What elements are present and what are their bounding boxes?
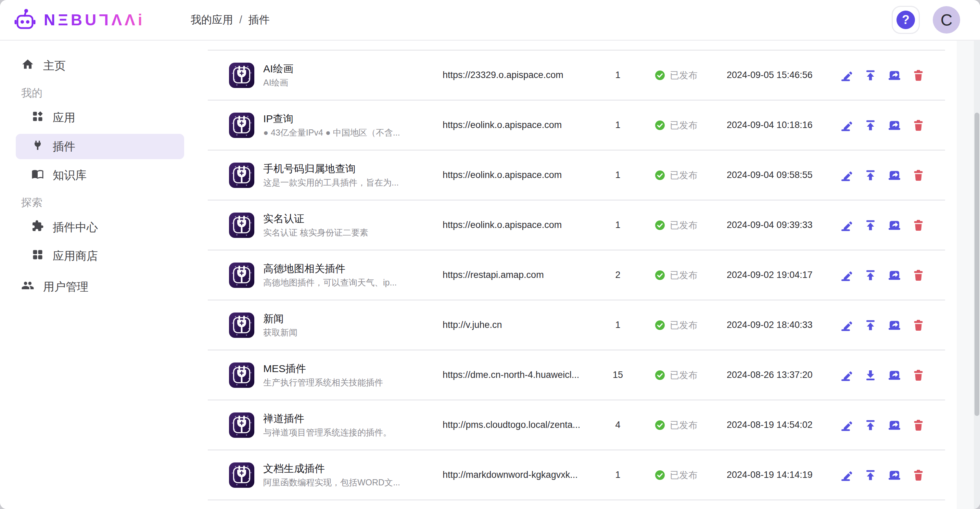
- status-label: 已发布: [670, 369, 698, 381]
- delete-button[interactable]: [909, 66, 928, 85]
- avatar[interactable]: C: [933, 6, 960, 33]
- publish-button[interactable]: [861, 166, 880, 185]
- table-row: IP查询 ● 43亿全量IPv4 ● 中国地区（不含... https://eo…: [208, 101, 945, 151]
- publish-button[interactable]: [861, 116, 880, 135]
- plugin-name: 实名认证: [263, 212, 434, 226]
- sidebar-item-home[interactable]: 主页: [16, 53, 184, 78]
- plugin-name: 手机号码归属地查询: [263, 162, 434, 176]
- plugin-text: MES插件 生产执行管理系统相关技能插件: [263, 362, 434, 388]
- delete-button[interactable]: [909, 366, 928, 385]
- publish-time: 2024-09-02 19:04:17: [727, 270, 837, 280]
- pencil-icon: [840, 118, 853, 132]
- upload-icon: [864, 418, 877, 432]
- trash-icon: [912, 218, 925, 232]
- pencil-icon: [840, 218, 853, 232]
- users-icon: [21, 279, 34, 295]
- status-badge: 已发布: [655, 369, 727, 381]
- published-check-icon: [655, 170, 665, 180]
- sidebar-item-knowledge-base[interactable]: 知识库: [16, 162, 184, 188]
- published-check-icon: [655, 320, 665, 330]
- plugin-description: ● 43亿全量IPv4 ● 中国地区（不含...: [263, 127, 434, 138]
- sidebar-item-label: 插件中心: [53, 220, 98, 235]
- share-button[interactable]: [885, 415, 904, 435]
- sidebar-item-app-store[interactable]: 应用商店: [16, 243, 184, 269]
- table-row: 文档生成插件 阿里函数编程实现，包括WORD文... http://markdo…: [208, 450, 945, 501]
- status-badge: 已发布: [655, 419, 727, 431]
- share-button[interactable]: [885, 216, 904, 235]
- delete-button[interactable]: [909, 266, 928, 285]
- share-screen-icon: [888, 169, 901, 182]
- sidebar-item-apps[interactable]: 应用: [16, 105, 184, 130]
- share-button[interactable]: [885, 166, 904, 185]
- edit-button[interactable]: [837, 266, 856, 285]
- publish-button[interactable]: [861, 415, 880, 435]
- plugin-text: 手机号码归属地查询 这是一款实用的工具插件，旨在为...: [263, 162, 434, 188]
- brand-wordmark: NΞBULΛΛi: [44, 11, 145, 29]
- publish-time: 2024-08-19 14:54:02: [727, 420, 837, 430]
- delete-button[interactable]: [909, 216, 928, 235]
- share-button[interactable]: [885, 66, 904, 85]
- plugin-text: 新闻 获取新闻: [263, 312, 434, 338]
- scrollbar-thumb[interactable]: [975, 113, 979, 416]
- edit-button[interactable]: [837, 116, 856, 135]
- scrollbar[interactable]: [974, 41, 980, 509]
- book-icon: [32, 168, 44, 183]
- publish-button[interactable]: [861, 266, 880, 285]
- publish-button[interactable]: [861, 316, 880, 335]
- plugin-url: https://eolink.o.apispace.com: [442, 220, 602, 231]
- status-label: 已发布: [670, 69, 698, 81]
- edit-button[interactable]: [837, 366, 856, 385]
- plugin-icon: [229, 63, 255, 88]
- delete-button[interactable]: [909, 466, 928, 485]
- plugin-description: 高德地图插件，可以查询天气、ip...: [263, 277, 434, 288]
- table-row: 禅道插件 与禅道项目管理系统连接的插件。 http://pms.cloudtog…: [208, 401, 945, 450]
- sidebar-item-label: 用户管理: [43, 279, 88, 295]
- sidebar-item-label: 主页: [43, 58, 66, 73]
- trash-icon: [912, 169, 925, 182]
- edit-button[interactable]: [837, 316, 856, 335]
- share-button[interactable]: [885, 316, 904, 335]
- share-button[interactable]: [885, 266, 904, 285]
- delete-button[interactable]: [909, 166, 928, 185]
- status-badge: 已发布: [655, 269, 727, 282]
- sidebar: 主页 我的 应用: [0, 41, 191, 509]
- plugin-url: https://23329.o.apispace.com: [442, 70, 602, 80]
- status-label: 已发布: [670, 119, 698, 132]
- sidebar-item-user-management[interactable]: 用户管理: [16, 274, 184, 299]
- breadcrumb-parent[interactable]: 我的应用: [191, 13, 233, 27]
- published-check-icon: [655, 470, 665, 480]
- edit-button[interactable]: [837, 466, 856, 485]
- sidebar-item-plugins[interactable]: 插件: [16, 134, 184, 159]
- plugin-text: 实名认证 实名认证 核实身份证二要素: [263, 212, 434, 238]
- edit-button[interactable]: [837, 66, 856, 85]
- edit-button[interactable]: [837, 415, 856, 435]
- publish-button[interactable]: [861, 66, 880, 85]
- help-button[interactable]: ?: [892, 6, 920, 34]
- share-button[interactable]: [885, 366, 904, 385]
- brand-logo[interactable]: NΞBULΛΛi: [0, 8, 191, 32]
- publish-button[interactable]: [861, 466, 880, 485]
- share-button[interactable]: [885, 466, 904, 485]
- plugin-url: https://eolink.o.apispace.com: [442, 120, 602, 130]
- share-screen-icon: [888, 68, 901, 82]
- status-badge: 已发布: [655, 319, 727, 331]
- delete-button[interactable]: [909, 316, 928, 335]
- pencil-icon: [840, 368, 853, 382]
- download-button[interactable]: [861, 366, 880, 385]
- publish-button[interactable]: [861, 216, 880, 235]
- edit-button[interactable]: [837, 166, 856, 185]
- delete-button[interactable]: [909, 116, 928, 135]
- status-badge: 已发布: [655, 219, 727, 231]
- edit-button[interactable]: [837, 216, 856, 235]
- trash-icon: [912, 418, 925, 432]
- plugin-description: 获取新闻: [263, 326, 434, 338]
- sidebar-item-plugin-center[interactable]: 插件中心: [16, 215, 184, 240]
- share-screen-icon: [888, 368, 901, 382]
- delete-button[interactable]: [909, 415, 928, 435]
- row-actions: [837, 415, 928, 435]
- upload-icon: [864, 68, 877, 82]
- table-row: 高德地图相关插件 高德地图插件，可以查询天气、ip... https://res…: [208, 251, 945, 301]
- share-button[interactable]: [885, 116, 904, 135]
- robot-logo-icon: [14, 8, 36, 32]
- plugin-count: 15: [602, 370, 633, 380]
